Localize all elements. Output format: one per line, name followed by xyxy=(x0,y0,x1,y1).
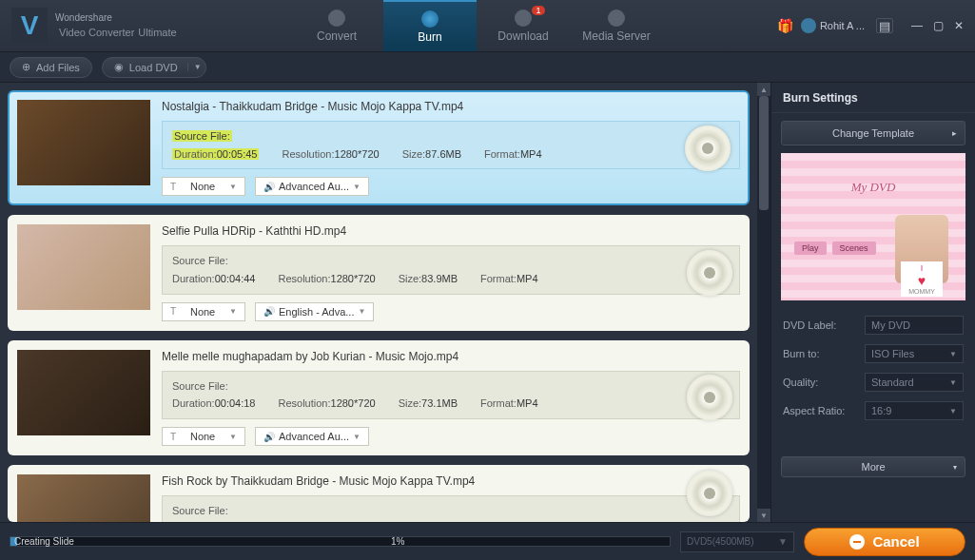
audio-selector[interactable]: 🔊English - Adva...▼ xyxy=(255,302,374,321)
cancel-button[interactable]: Cancel xyxy=(804,528,965,556)
subtitle-selector[interactable]: TNone▼ xyxy=(162,177,245,196)
preview-play: Play xyxy=(794,241,827,255)
stop-icon xyxy=(849,534,865,550)
feedback-icon[interactable]: ▤ xyxy=(876,18,893,33)
source-file-label: Source File: xyxy=(172,130,232,142)
audio-selector[interactable]: 🔊Advanced Au...▼ xyxy=(255,427,369,446)
tab-media-server-label: Media Server xyxy=(582,29,650,43)
tab-download[interactable]: Download 1 xyxy=(477,0,570,51)
media-server-icon xyxy=(608,10,625,27)
file-card[interactable]: Fish Rock by Thaikkudam Bridge - Music M… xyxy=(8,465,750,522)
maximize-button[interactable]: ▢ xyxy=(929,18,946,33)
preview-note-text: MOMMY xyxy=(903,288,941,295)
change-template-label: Change Template xyxy=(832,127,914,139)
file-card[interactable]: Melle melle mughapadam by Job Kurian - M… xyxy=(8,340,750,455)
heart-icon: ♥ xyxy=(903,273,941,288)
more-label: More xyxy=(861,461,885,473)
list-scrollbar[interactable]: ▲ ▼ xyxy=(757,83,770,522)
download-icon xyxy=(515,10,532,27)
dvd-icon: ◉ xyxy=(114,61,124,73)
dvd-label-input[interactable]: My DVD xyxy=(865,316,964,335)
load-dvd-label: Load DVD xyxy=(129,62,178,73)
dvd-label-row: DVD Label: My DVD xyxy=(783,316,964,335)
user-avatar-icon xyxy=(801,18,816,33)
disc-icon xyxy=(685,126,731,171)
subtitle-selector[interactable]: TNone▼ xyxy=(162,427,245,446)
video-thumbnail[interactable] xyxy=(17,100,150,185)
audio-selector[interactable]: 🔊Advanced Au...▼ xyxy=(255,177,369,196)
app-logo-icon: V xyxy=(11,8,48,44)
file-details: Source File: Duration:00:04:44 Resolutio… xyxy=(162,245,740,294)
dvd-size-select[interactable]: DVD5(4500MB)▼ xyxy=(680,531,794,552)
toolbar: ⊕ Add Files ◉ Load DVD ▼ xyxy=(0,52,975,83)
file-details: Source File: Duration:00:05:45 Resolutio… xyxy=(162,121,740,169)
preview-dvd-title: My DVD xyxy=(781,180,965,195)
change-template-button[interactable]: Change Template ▸ xyxy=(781,121,965,145)
gift-icon[interactable]: 🎁 xyxy=(777,18,793,33)
video-thumbnail[interactable] xyxy=(17,350,150,435)
burn-icon xyxy=(421,10,439,28)
chevron-down-icon[interactable]: ▼ xyxy=(187,63,202,71)
aspect-ratio-select[interactable]: 16:9▼ xyxy=(865,401,964,420)
load-dvd-button[interactable]: ◉ Load DVD ▼ xyxy=(102,57,206,78)
tab-convert-label: Convert xyxy=(317,29,357,43)
card-controls: TNone▼ 🔊Advanced Au...▼ xyxy=(162,177,740,196)
window-controls: — ▢ ✕ xyxy=(908,18,967,33)
panel-header: Burn Settings xyxy=(771,83,975,113)
subtitle-selector[interactable]: TNone▼ xyxy=(162,302,245,321)
tab-media-server[interactable]: Media Server xyxy=(570,0,663,51)
aspect-ratio-label: Aspect Ratio: xyxy=(783,405,857,416)
app-title: Wondershare Video ConverterUltimate xyxy=(55,12,177,39)
brand-main: Video ConverterUltimate xyxy=(55,23,177,39)
user-account[interactable]: Rohit A ... xyxy=(801,18,865,33)
file-title: Fish Rock by Thaikkudam Bridge - Music M… xyxy=(162,474,740,488)
user-name: Rohit A ... xyxy=(820,20,865,31)
scroll-down-button[interactable]: ▼ xyxy=(757,509,770,522)
disc-icon xyxy=(687,471,732,516)
progress-bar: Creating Slide 1% xyxy=(10,536,671,547)
file-card[interactable]: Selfie Pulla HDRip - Kaththi HD.mp4 Sour… xyxy=(8,215,750,330)
card-body: Melle melle mughapadam by Job Kurian - M… xyxy=(162,350,740,446)
video-thumbnail[interactable] xyxy=(17,224,150,310)
card-body: Nostalgia - Thaikkudam Bridge - Music Mo… xyxy=(162,100,740,196)
scroll-track[interactable] xyxy=(757,96,770,509)
disc-icon xyxy=(687,375,732,420)
card-controls: TNone▼ 🔊Advanced Au...▼ xyxy=(162,427,740,446)
burn-settings: DVD Label: My DVD Burn to: ISO Files▼ Qu… xyxy=(771,306,975,430)
file-title: Nostalgia - Thaikkudam Bridge - Music Mo… xyxy=(162,100,740,113)
source-file-label: Source File: xyxy=(172,377,730,396)
video-thumbnail[interactable] xyxy=(17,474,150,522)
tab-convert[interactable]: Convert xyxy=(290,0,383,51)
file-details: Source File: Duration:00:04:18 Resolutio… xyxy=(162,371,740,419)
minimize-button[interactable]: — xyxy=(908,18,926,33)
burn-to-row: Burn to: ISO Files▼ xyxy=(783,344,964,363)
main-tabs: Convert Burn Download 1 Media Server xyxy=(290,0,663,51)
scroll-up-button[interactable]: ▲ xyxy=(757,83,770,96)
chevron-right-icon: ▸ xyxy=(952,128,957,138)
file-details: Source File: xyxy=(162,495,740,522)
progress-status: Creating Slide xyxy=(14,536,74,547)
download-badge: 1 xyxy=(532,6,545,15)
card-controls: TNone▼ 🔊English - Adva...▼ xyxy=(162,302,740,321)
tab-burn[interactable]: Burn xyxy=(383,0,477,51)
footer: Creating Slide 1% DVD5(4500MB)▼ Cancel xyxy=(0,522,975,560)
tab-download-label: Download xyxy=(497,29,548,43)
disc-icon xyxy=(687,250,732,296)
close-button[interactable]: ✕ xyxy=(950,18,967,33)
source-file-label: Source File: xyxy=(172,502,730,520)
title-bar: V Wondershare Video ConverterUltimate Co… xyxy=(0,0,975,52)
preview-note: I ♥ MOMMY xyxy=(901,261,943,297)
add-files-button[interactable]: ⊕ Add Files xyxy=(10,57,92,78)
scroll-thumb[interactable] xyxy=(759,96,769,210)
tab-burn-label: Burn xyxy=(418,30,441,44)
file-card[interactable]: Nostalgia - Thaikkudam Bridge - Music Mo… xyxy=(8,90,750,205)
preview-menu: Play Scenes xyxy=(794,241,876,255)
preview-scenes: Scenes xyxy=(832,241,876,255)
more-settings-button[interactable]: More ▾ xyxy=(781,456,965,477)
logo-area: V Wondershare Video ConverterUltimate xyxy=(0,8,290,44)
quality-select[interactable]: Standard▼ xyxy=(865,373,964,392)
template-preview[interactable]: My DVD Play Scenes I ♥ MOMMY xyxy=(781,153,965,300)
burn-to-select[interactable]: ISO Files▼ xyxy=(865,344,964,363)
dvd-label-label: DVD Label: xyxy=(783,319,857,331)
add-icon: ⊕ xyxy=(22,61,30,73)
